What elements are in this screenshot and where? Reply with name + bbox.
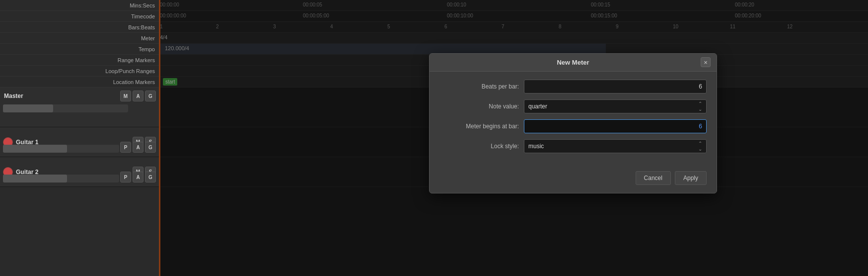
dialog-body: Beats per bar: Note value: quarter ⌃⌄ Me… (430, 72, 717, 167)
meter-label: Meter (141, 35, 155, 41)
master-fader[interactable] (3, 104, 128, 112)
guitar1-play-button[interactable]: P (120, 142, 131, 153)
meter-begins-row: Meter begins at bar: (439, 119, 707, 133)
location-markers-label: Location Markers (113, 79, 155, 85)
master-gen-button[interactable]: G (145, 91, 156, 101)
dialog-close-button[interactable]: × (701, 57, 711, 67)
tempo-label: Tempo (139, 46, 155, 52)
guitar1-gen-button[interactable]: G (145, 142, 156, 153)
master-track-name: Master (3, 92, 120, 99)
lock-style-label: Lock style: (439, 143, 519, 150)
row-labels: Mins:Secs Timecode Bars:Beats Meter Temp… (0, 0, 159, 88)
note-value-select[interactable]: quarter ⌃⌄ (524, 99, 707, 113)
timecode-label-row: Timecode (0, 11, 159, 22)
right-panel: 00:00:00 00:00:05 00:00:10 00:00:15 00:0… (159, 0, 868, 276)
meter-label-row: Meter (0, 33, 159, 44)
guitar2-track-header: Guitar 2 M S P A G (0, 157, 159, 187)
guitar1-fader[interactable] (3, 145, 119, 153)
lock-style-arrow: ⌃⌄ (698, 141, 702, 152)
meter-begins-input[interactable] (524, 119, 707, 133)
range-markers-label-row: Range Markers (0, 55, 159, 66)
note-value-arrow: ⌃⌄ (698, 101, 702, 112)
lock-style-display: music (528, 143, 544, 150)
mins-secs-label: Mins:Secs (130, 2, 155, 8)
left-panel: Mins:Secs Timecode Bars:Beats Meter Temp… (0, 0, 159, 276)
guitar2-play-button[interactable]: P (120, 172, 131, 183)
note-value-row: Note value: quarter ⌃⌄ (439, 99, 707, 113)
dialog-overlay: New Meter × Beats per bar: Note value: q… (159, 0, 868, 276)
bars-beats-label-row: Bars:Beats (0, 22, 159, 33)
cancel-button[interactable]: Cancel (636, 171, 671, 185)
beats-per-bar-input[interactable] (524, 80, 707, 93)
beats-per-bar-label: Beats per bar: (439, 83, 519, 90)
master-track-header: Master M A G (0, 88, 159, 127)
note-value-display: quarter (528, 103, 547, 110)
guitar1-auto-button[interactable]: A (133, 142, 144, 153)
guitar2-fader[interactable] (3, 175, 119, 183)
lock-style-select[interactable]: music ⌃⌄ (524, 139, 707, 153)
apply-button[interactable]: Apply (675, 171, 707, 185)
master-top: Master M A G (3, 91, 156, 101)
bars-beats-label: Bars:Beats (128, 24, 155, 30)
note-value-label: Note value: (439, 103, 519, 110)
beats-per-bar-row: Beats per bar: (439, 80, 707, 93)
guitar1-track-header: Guitar 1 M S P A G (0, 127, 159, 157)
loop-punch-label: Loop/Punch Ranges (105, 68, 155, 74)
master-mute-button[interactable]: M (120, 91, 131, 101)
timecode-label: Timecode (131, 13, 155, 19)
meter-begins-label: Meter begins at bar: (439, 123, 519, 130)
dialog-title-bar: New Meter × (430, 54, 717, 72)
lock-style-row: Lock style: music ⌃⌄ (439, 139, 707, 153)
range-markers-label: Range Markers (118, 57, 155, 63)
guitar2-auto-button[interactable]: A (133, 172, 144, 183)
tempo-label-row: Tempo (0, 44, 159, 55)
dialog-title: New Meter (557, 59, 589, 66)
guitar2-gen-button[interactable]: G (145, 172, 156, 183)
master-auto-button[interactable]: A (133, 91, 144, 101)
location-markers-label-row: Location Markers (0, 77, 159, 88)
new-meter-dialog: New Meter × Beats per bar: Note value: q… (429, 53, 717, 193)
dialog-footer: Cancel Apply (430, 167, 717, 193)
loop-punch-label-row: Loop/Punch Ranges (0, 66, 159, 77)
mins-secs-label-row: Mins:Secs (0, 0, 159, 11)
